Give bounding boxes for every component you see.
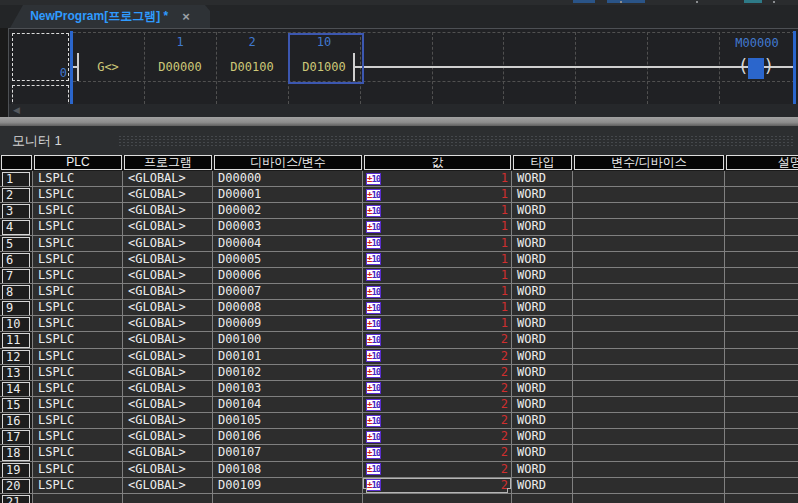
cell-description[interactable] bbox=[725, 478, 798, 494]
cell-device-variable[interactable]: D00003 bbox=[213, 219, 363, 235]
cell-variable-device[interactable] bbox=[573, 494, 725, 503]
cell-value[interactable] bbox=[363, 494, 512, 503]
value-format-icon[interactable]: ±10 bbox=[366, 447, 381, 459]
cell-row-number[interactable]: 4 bbox=[0, 219, 33, 235]
cell-value[interactable]: ±102 bbox=[363, 478, 512, 494]
cell-value[interactable]: ±101 bbox=[363, 268, 512, 284]
cell-value[interactable]: ±102 bbox=[363, 381, 512, 397]
cell-type[interactable]: WORD bbox=[512, 381, 573, 397]
cell-device-variable[interactable]: D00004 bbox=[213, 236, 363, 252]
cell-description[interactable] bbox=[725, 219, 798, 235]
cell-description[interactable] bbox=[725, 268, 798, 284]
row-number-box[interactable]: 15 bbox=[2, 398, 30, 413]
cell-type[interactable]: WORD bbox=[512, 219, 573, 235]
cell-description[interactable] bbox=[725, 365, 798, 381]
cell-plc[interactable]: LSPLC bbox=[33, 365, 123, 381]
cell-plc[interactable]: LSPLC bbox=[33, 332, 123, 348]
cell-type[interactable]: WORD bbox=[512, 365, 573, 381]
cell-description[interactable] bbox=[725, 236, 798, 252]
pane-splitter[interactable] bbox=[0, 117, 798, 126]
cell-plc[interactable]: LSPLC bbox=[33, 429, 123, 445]
value-format-icon[interactable]: ±10 bbox=[366, 237, 381, 249]
cell-program[interactable]: <GLOBAL> bbox=[123, 332, 213, 348]
cell-type[interactable]: WORD bbox=[512, 284, 573, 300]
cell-description[interactable] bbox=[725, 252, 798, 268]
value-format-icon[interactable]: ±10 bbox=[366, 221, 381, 233]
cell-variable-device[interactable] bbox=[573, 478, 725, 494]
cell-row-number[interactable]: 10 bbox=[0, 316, 33, 332]
cell-value[interactable]: ±102 bbox=[363, 365, 512, 381]
cell-variable-device[interactable] bbox=[573, 365, 725, 381]
cell-type[interactable]: WORD bbox=[512, 445, 573, 461]
cell-device-variable[interactable]: D00101 bbox=[213, 349, 363, 365]
operand-d00100[interactable]: D00100 bbox=[216, 60, 288, 74]
cell-value[interactable]: ±102 bbox=[363, 462, 512, 478]
row-number-box[interactable]: 2 bbox=[2, 188, 30, 203]
row-number-box[interactable]: 13 bbox=[2, 366, 30, 381]
row-number-box[interactable]: 11 bbox=[2, 333, 30, 348]
value-format-icon[interactable]: ±10 bbox=[366, 463, 381, 475]
cell-row-number[interactable]: 18 bbox=[0, 445, 33, 461]
cell-value[interactable]: ±101 bbox=[363, 300, 512, 316]
cell-program[interactable]: <GLOBAL> bbox=[123, 203, 213, 219]
cell-plc[interactable]: LSPLC bbox=[33, 284, 123, 300]
cell-description[interactable] bbox=[725, 316, 798, 332]
value-format-icon[interactable]: ±10 bbox=[366, 173, 381, 185]
ladder-cell-cursor[interactable] bbox=[288, 33, 364, 84]
cell-type[interactable]: WORD bbox=[512, 332, 573, 348]
cell-device-variable[interactable]: D00102 bbox=[213, 365, 363, 381]
cell-value[interactable]: ±101 bbox=[363, 219, 512, 235]
column-header-plc[interactable]: PLC bbox=[33, 155, 123, 171]
cell-device-variable[interactable] bbox=[213, 494, 363, 503]
cell-type[interactable]: WORD bbox=[512, 316, 573, 332]
cell-type[interactable]: WORD bbox=[512, 187, 573, 203]
cell-plc[interactable]: LSPLC bbox=[33, 203, 123, 219]
cell-device-variable[interactable]: D00009 bbox=[213, 316, 363, 332]
cell-variable-device[interactable] bbox=[573, 381, 725, 397]
cell-type[interactable]: WORD bbox=[512, 413, 573, 429]
cell-row-number[interactable]: 6 bbox=[0, 252, 33, 268]
cell-device-variable[interactable]: D00107 bbox=[213, 445, 363, 461]
cell-plc[interactable]: LSPLC bbox=[33, 349, 123, 365]
cell-value[interactable]: ±101 bbox=[363, 171, 512, 187]
cell-value[interactable]: ±102 bbox=[363, 445, 512, 461]
cell-row-number[interactable]: 16 bbox=[0, 413, 33, 429]
cell-program[interactable]: <GLOBAL> bbox=[123, 219, 213, 235]
tab-newprogram[interactable]: NewProgram[프로그램] * × bbox=[10, 5, 210, 28]
cell-variable-device[interactable] bbox=[573, 445, 725, 461]
row-number-box[interactable]: 18 bbox=[2, 446, 30, 461]
cell-row-number[interactable]: 15 bbox=[0, 397, 33, 413]
tab-close-icon[interactable]: × bbox=[182, 9, 190, 24]
cell-variable-device[interactable] bbox=[573, 187, 725, 203]
cell-program[interactable]: <GLOBAL> bbox=[123, 478, 213, 494]
cell-variable-device[interactable] bbox=[573, 252, 725, 268]
cell-variable-device[interactable] bbox=[573, 413, 725, 429]
value-format-icon[interactable]: ±10 bbox=[366, 334, 381, 346]
cell-plc[interactable]: LSPLC bbox=[33, 478, 123, 494]
row-number-box[interactable]: 19 bbox=[2, 463, 30, 478]
cell-description[interactable] bbox=[725, 381, 798, 397]
cell-device-variable[interactable]: D00103 bbox=[213, 381, 363, 397]
column-header-variable-device[interactable]: 변수/디바이스 bbox=[573, 155, 725, 171]
cell-row-number[interactable]: 13 bbox=[0, 365, 33, 381]
cell-device-variable[interactable]: D00001 bbox=[213, 187, 363, 203]
cell-device-variable[interactable]: D00006 bbox=[213, 268, 363, 284]
cell-program[interactable]: <GLOBAL> bbox=[123, 381, 213, 397]
cell-description[interactable] bbox=[725, 171, 798, 187]
row-number-box[interactable]: 3 bbox=[2, 204, 30, 219]
cell-device-variable[interactable]: D00008 bbox=[213, 300, 363, 316]
cell-row-number[interactable]: 11 bbox=[0, 332, 33, 348]
cell-device-variable[interactable]: D00105 bbox=[213, 413, 363, 429]
cell-plc[interactable]: LSPLC bbox=[33, 268, 123, 284]
cell-type[interactable]: WORD bbox=[512, 252, 573, 268]
row-number-box[interactable]: 9 bbox=[2, 301, 30, 316]
cell-device-variable[interactable]: D00106 bbox=[213, 429, 363, 445]
cell-device-variable[interactable]: D00005 bbox=[213, 252, 363, 268]
cell-type[interactable]: WORD bbox=[512, 429, 573, 445]
row-number-box[interactable]: 20 bbox=[2, 479, 30, 494]
value-format-icon[interactable]: ±10 bbox=[366, 431, 381, 443]
cell-row-number[interactable]: 7 bbox=[0, 268, 33, 284]
cell-description[interactable] bbox=[725, 203, 798, 219]
row-number-box[interactable]: 14 bbox=[2, 382, 30, 397]
value-format-icon[interactable]: ±10 bbox=[366, 269, 381, 281]
